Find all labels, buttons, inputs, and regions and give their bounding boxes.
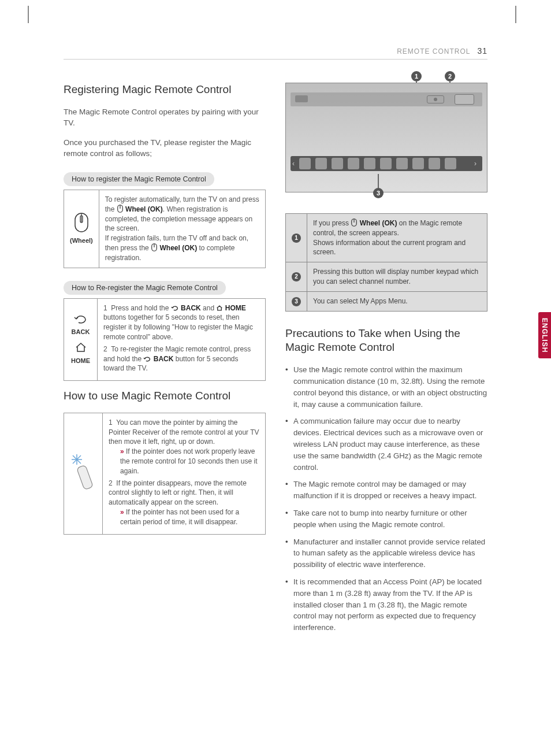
use-text: 1 You can move the pointer by aiming the…: [103, 413, 266, 534]
home-icon: [75, 342, 87, 353]
register-table: (Wheel) To register automatically, turn …: [64, 190, 266, 268]
rr1b: and: [203, 304, 216, 312]
rr1a: Press and hold the: [111, 304, 170, 312]
register-text: To register automatically, turn the TV o…: [99, 190, 265, 268]
callout-3: 3: [373, 188, 384, 198]
back-label: BACK: [70, 328, 91, 336]
rr-back-2: BACK: [154, 355, 174, 363]
back-icon: [74, 314, 88, 324]
reg-wheel-ok: Wheel (OK): [125, 205, 163, 213]
r1-wheel: Wheel (OK): [360, 219, 397, 227]
note-pref-2: »: [120, 508, 124, 516]
wheel-inline-icon-2: [151, 243, 158, 251]
row2-text: Pressing this button will display number…: [307, 262, 487, 292]
callout-1: 1: [411, 71, 422, 81]
use1: You can move the pointer by aiming the P…: [109, 418, 259, 446]
screen-dock: ‹ ›: [291, 156, 482, 171]
reg-wheel-ok-2: Wheel (OK): [159, 244, 197, 252]
remote-icon-cell: [64, 413, 103, 534]
rr-back: BACK: [181, 304, 201, 312]
magic-remote-icon: [70, 452, 96, 492]
use2: If the pointer disappears, move the remo…: [109, 479, 247, 507]
wheel-inline-icon: [117, 205, 124, 213]
bullet-5: Manufacturer and installer cannot provid…: [285, 536, 487, 570]
back-home-icon-cell: BACK HOME: [64, 298, 98, 381]
pill-how-to-register: How to register the Magic Remote Control: [64, 172, 214, 186]
bullet-6: It is recommended that an Access Point (…: [285, 576, 487, 633]
right-column: 1 2 ‹ › 3: [285, 83, 487, 639]
row1-text: If you press Wheel (OK) on the Magic rem…: [307, 214, 487, 262]
heading-how-to-use: How to use Magic Remote Control: [64, 389, 266, 403]
callout-2: 2: [445, 71, 455, 81]
use2-note: If the pointer has not been used for a c…: [120, 508, 239, 526]
use-table: 1 You can move the pointer by aiming the…: [64, 413, 266, 535]
heading-registering: Registering Magic Remote Control: [64, 83, 266, 97]
bullet-3: The Magic remote control may be damaged …: [285, 479, 487, 502]
r1a: If you press: [313, 219, 351, 227]
home-inline-icon: [216, 305, 223, 311]
bullet-4: Take care not to bump into nearby furnit…: [285, 507, 487, 531]
r1c: Shows information about the current prog…: [313, 239, 466, 257]
home-label: HOME: [70, 357, 91, 365]
wheel-icon-cell: (Wheel): [64, 190, 99, 268]
screen-topbar: [291, 92, 482, 106]
page-number: 31: [477, 46, 487, 55]
intro-1: The Magic Remote Control operates by pai…: [64, 106, 266, 129]
note-pref-1: »: [120, 447, 124, 455]
use1-note: If the pointer does not work properly le…: [120, 447, 257, 475]
precautions-list: Use the Magic remote control within the …: [285, 364, 487, 633]
back-inline-icon: [171, 305, 179, 311]
reregister-text: 1 Press and hold the BACK and HOME butto…: [98, 298, 266, 381]
left-column: Registering Magic Remote Control The Mag…: [64, 83, 266, 639]
running-header: REMOTE CONTROL 31: [64, 46, 487, 60]
bullet-1: Use the Magic remote control within the …: [285, 364, 487, 410]
tv-screen-diagram: 1 2 ‹ › 3: [285, 83, 487, 192]
row1-num: 1: [286, 214, 307, 262]
page-content: REMOTE CONTROL 31 Registering Magic Remo…: [64, 46, 487, 710]
row2-num: 2: [286, 262, 307, 292]
svg-rect-11: [77, 465, 94, 490]
heading-precautions: Precautions to Take when Using the Magic…: [285, 327, 487, 355]
callout-table: 1 If you press Wheel (OK) on the Magic r…: [285, 213, 487, 312]
back-inline-icon-2: [143, 356, 151, 362]
header-section: REMOTE CONTROL: [397, 47, 470, 55]
reregister-table: BACK HOME 1 Press and hold the BACK and …: [64, 298, 266, 381]
row3-num: 3: [286, 291, 307, 311]
rr-home: HOME: [225, 304, 246, 312]
row3-text: You can select My Apps Menu.: [307, 291, 487, 311]
wheel-label: (Wheel): [70, 236, 93, 245]
wheel-icon: [73, 212, 90, 233]
rr1c: buttons together for 5 seconds to reset,…: [103, 313, 253, 341]
pill-how-to-reregister: How to Re-register the Magic Remote Cont…: [64, 281, 226, 295]
wheel-inline-icon-3: [351, 218, 358, 227]
language-tab: ENGLISH: [538, 312, 551, 358]
intro-2: Once you purchased the TV, please regist…: [64, 137, 266, 160]
bullet-2: A communication failure may occur due to…: [285, 416, 487, 473]
